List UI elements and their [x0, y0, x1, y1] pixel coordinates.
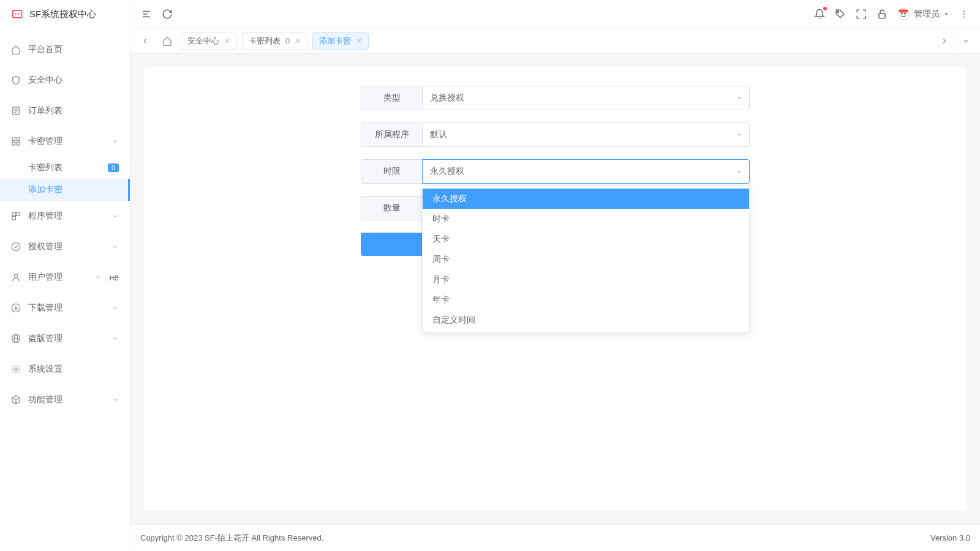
refresh-button[interactable]	[161, 8, 173, 20]
tag-button[interactable]	[834, 8, 846, 20]
sidebar-item-security[interactable]: 安全中心	[0, 65, 130, 96]
form-row-type: 类型 兑换授权	[361, 86, 750, 110]
chevron-down-icon	[111, 304, 119, 312]
tab-home[interactable]	[159, 32, 176, 50]
svg-point-34	[963, 16, 965, 17]
lock-button[interactable]	[876, 8, 888, 20]
footer: Copyright © 2023 SF-陌上花开 All Rights Rese…	[130, 524, 980, 551]
sidebar-subitem-label: 添加卡密	[28, 184, 62, 195]
version: Version 3.0	[930, 533, 970, 542]
svg-point-14	[12, 242, 20, 250]
sidebar-item-function[interactable]: 功能管理	[0, 384, 130, 415]
user-icon	[11, 272, 21, 282]
sidebar-item-label: 订单列表	[28, 105, 62, 116]
dropdown-option[interactable]: 年卡	[423, 290, 749, 310]
sidebar-item-label: 卡密管理	[28, 136, 62, 147]
sidebar-item-download[interactable]: 下载管理	[0, 293, 130, 323]
notification-button[interactable]	[813, 8, 826, 20]
chevron-down-icon	[111, 335, 119, 342]
notification-dot	[823, 7, 827, 10]
tab-count: 0	[285, 36, 290, 45]
form-row-duration: 时限 永久授权 永久授权 时卡 天卡 周卡 月卡	[361, 159, 750, 184]
form-card: 类型 兑换授权 所属程序 默认	[144, 67, 967, 511]
logo[interactable]: SF系统授权中心	[0, 0, 130, 28]
sidebar-item-orders[interactable]: 订单列表	[0, 96, 130, 126]
svg-marker-37	[737, 170, 741, 173]
logo-icon	[11, 8, 23, 20]
svg-marker-31	[945, 13, 948, 15]
select-value: 永久授权	[430, 166, 464, 177]
sidebar-item-label: 程序管理	[28, 211, 62, 222]
sidebar-item-home[interactable]: 平台首页	[0, 34, 130, 65]
user-menu[interactable]: 管理员	[897, 7, 949, 21]
dropdown-option[interactable]: 永久授权	[423, 189, 749, 209]
copyright: Copyright © 2023 SF-陌上花开 All Rights Rese…	[140, 533, 323, 544]
svg-point-2	[18, 13, 20, 15]
content: 类型 兑换授权 所属程序 默认	[130, 54, 980, 524]
caret-down-icon	[736, 94, 743, 102]
close-icon[interactable]: ✕	[356, 37, 362, 45]
svg-marker-36	[737, 134, 741, 137]
collapse-sidebar-button[interactable]	[140, 8, 153, 20]
gear-icon	[11, 364, 21, 374]
svg-rect-13	[12, 217, 15, 220]
home-icon	[11, 45, 21, 54]
select-value: 默认	[430, 129, 447, 140]
add-card-form: 类型 兑换授权 所属程序 默认	[361, 86, 750, 256]
sidebar-item-piracy[interactable]: 盗版管理	[0, 323, 130, 354]
chevron-down-icon	[111, 396, 119, 403]
duration-dropdown: 永久授权 时卡 天卡 周卡 月卡 年卡 自定义时间	[422, 186, 750, 333]
tab-addcard[interactable]: 添加卡密 ✕	[312, 32, 369, 50]
svg-rect-0	[13, 10, 22, 18]
chevron-down-icon	[111, 138, 119, 145]
sidebar-item-program[interactable]: 程序管理	[0, 201, 130, 231]
chevron-down-icon	[94, 274, 102, 281]
svg-point-32	[963, 10, 965, 12]
tab-security[interactable]: 安全中心 ✕	[181, 32, 237, 50]
sidebar-subitem-cardlist[interactable]: 卡密列表 0	[0, 157, 130, 179]
svg-rect-30	[899, 9, 908, 12]
svg-point-1	[15, 13, 17, 15]
tabs-next-button[interactable]	[936, 32, 953, 50]
program-select[interactable]: 默认	[422, 122, 750, 147]
dropdown-option[interactable]: 天卡	[423, 229, 749, 249]
sidebar-item-card[interactable]: 卡密管理	[0, 126, 130, 157]
sidebar-item-auth[interactable]: 授权管理	[0, 231, 130, 262]
caret-down-icon	[736, 131, 743, 138]
close-icon[interactable]: ✕	[224, 37, 230, 45]
avatar	[897, 7, 910, 21]
field-label: 时限	[361, 159, 422, 184]
sidebar-subitem-addcard[interactable]: 添加卡密	[0, 179, 130, 201]
tab-label: 安全中心	[187, 36, 219, 47]
sidebar-item-label: 安全中心	[28, 75, 62, 86]
check-icon	[11, 242, 21, 252]
sidebar-item-settings[interactable]: 系统设置	[0, 354, 130, 384]
tabs-more-button[interactable]	[957, 32, 974, 50]
dropdown-option[interactable]: 自定义时间	[423, 310, 749, 330]
form-row-program: 所属程序 默认	[361, 122, 750, 147]
sidebar-item-user[interactable]: 用户管理 не	[0, 262, 130, 293]
dropdown-option[interactable]: 周卡	[423, 249, 749, 269]
tab-cardlist[interactable]: 卡密列表 0 ✕	[242, 32, 307, 50]
list-icon	[11, 106, 21, 116]
more-button[interactable]	[958, 8, 970, 20]
chevron-down-icon	[111, 243, 119, 250]
close-icon[interactable]: ✕	[295, 37, 301, 45]
dropdown-option[interactable]: 月卡	[423, 269, 749, 290]
sidebar-item-label: 功能管理	[28, 394, 62, 405]
fullscreen-button[interactable]	[855, 8, 867, 20]
svg-rect-10	[17, 142, 20, 145]
type-select[interactable]: 兑换授权	[422, 86, 750, 110]
sidebar-submenu-card: 卡密列表 0 添加卡密	[0, 157, 130, 201]
dropdown-option[interactable]: 时卡	[423, 209, 749, 229]
tabs-bar: 安全中心 ✕ 卡密列表 0 ✕ 添加卡密 ✕	[130, 28, 980, 54]
app-icon	[11, 211, 21, 221]
app-title: SF系统授权中心	[29, 9, 96, 20]
caret-up-icon	[736, 168, 743, 175]
svg-rect-12	[17, 212, 20, 216]
main: 管理员 安全中心 ✕ 卡密列表 0 ✕ 添加卡密 ✕	[130, 0, 980, 551]
duration-select[interactable]: 永久授权	[422, 159, 750, 184]
tab-label: 卡密列表	[249, 36, 281, 47]
tabs-prev-button[interactable]	[137, 32, 154, 50]
tab-label: 添加卡密	[319, 36, 351, 47]
